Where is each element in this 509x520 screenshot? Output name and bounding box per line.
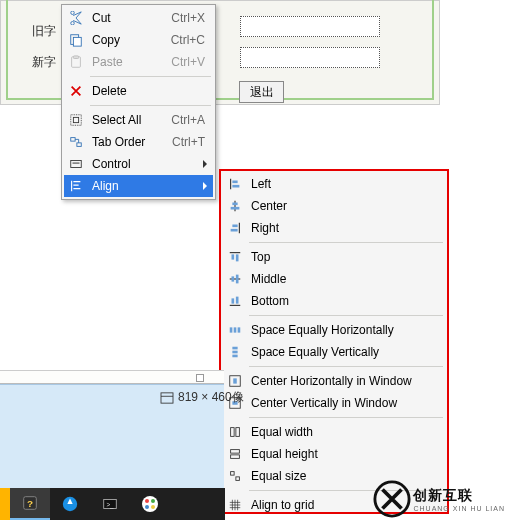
- brand-name-en: CHUANG XIN HU LIAN: [413, 505, 505, 512]
- svg-rect-3: [73, 56, 78, 59]
- svg-rect-17: [236, 254, 239, 261]
- center-h-window[interactable]: Center Horizontally in Window: [223, 370, 445, 392]
- space-horizontally[interactable]: Space Equally Horizontally: [223, 319, 445, 341]
- status-dimensions: 819 × 460像: [160, 389, 244, 406]
- tab-order-icon: [66, 134, 86, 150]
- svg-rect-6: [71, 138, 75, 142]
- align-top-icon: [225, 249, 245, 265]
- dimensions-text: 819 × 460像: [178, 389, 244, 406]
- menu-cut[interactable]: Cut Ctrl+X: [64, 7, 213, 29]
- svg-point-45: [145, 499, 149, 503]
- align-icon: [66, 178, 86, 194]
- submenu-separator: [249, 417, 443, 418]
- svg-rect-23: [234, 327, 237, 332]
- align-left[interactable]: Left: [223, 173, 445, 195]
- new-field-row: 新字: [32, 54, 56, 71]
- menu-label: Cut: [86, 11, 171, 25]
- svg-point-48: [151, 505, 155, 509]
- submenu-label: Center Vertically in Window: [245, 396, 441, 410]
- submenu-arrow-icon: [203, 182, 207, 190]
- svg-rect-26: [232, 351, 237, 354]
- submenu-label: Left: [245, 177, 441, 191]
- align-top[interactable]: Top: [223, 246, 445, 268]
- svg-point-44: [142, 496, 158, 512]
- svg-text:?: ?: [27, 498, 33, 509]
- menu-copy[interactable]: Copy Ctrl+C: [64, 29, 213, 51]
- svg-rect-11: [232, 185, 239, 188]
- svg-rect-18: [232, 276, 235, 281]
- menu-shortcut: Ctrl+C: [171, 33, 209, 47]
- svg-rect-5: [73, 117, 78, 122]
- new-text-input[interactable]: [240, 47, 380, 68]
- menu-align[interactable]: Align: [64, 175, 213, 197]
- svg-point-47: [145, 505, 149, 509]
- select-all-icon: [66, 112, 86, 128]
- align-middle-icon: [225, 271, 245, 287]
- equal-width[interactable]: Equal width: [223, 421, 445, 443]
- taskbar-separator: [0, 488, 10, 520]
- menu-label: Tab Order: [86, 135, 172, 149]
- submenu-label: Center: [245, 199, 441, 213]
- horizontal-ruler: [0, 370, 224, 384]
- svg-rect-22: [230, 327, 233, 332]
- svg-rect-1: [73, 37, 81, 46]
- menu-label: Select All: [86, 113, 171, 127]
- svg-rect-19: [236, 275, 239, 284]
- submenu-separator: [249, 366, 443, 367]
- new-field-label: 新字: [32, 54, 56, 71]
- menu-shortcut: Ctrl+T: [172, 135, 209, 149]
- svg-rect-21: [236, 297, 239, 304]
- svg-rect-36: [231, 472, 235, 476]
- taskbar-app-2[interactable]: [50, 488, 90, 520]
- align-center[interactable]: Center: [223, 195, 445, 217]
- old-text-input[interactable]: [240, 16, 380, 37]
- menu-tab-order[interactable]: Tab Order Ctrl+T: [64, 131, 213, 153]
- center-h-window-icon: [225, 373, 245, 389]
- align-submenu: Left Center Right Top Middle Bottom Spac…: [221, 171, 447, 512]
- menu-label: Control: [86, 157, 209, 171]
- menu-label: Delete: [86, 84, 209, 98]
- brand-name-cn: 创新互联: [413, 487, 505, 505]
- svg-rect-38: [161, 392, 173, 402]
- submenu-label: Middle: [245, 272, 441, 286]
- space-v-icon: [225, 344, 245, 360]
- delete-x-icon: [66, 83, 86, 99]
- svg-rect-16: [232, 254, 235, 259]
- align-right-icon: [225, 220, 245, 236]
- submenu-label: Equal width: [245, 425, 441, 439]
- equal-height[interactable]: Equal height: [223, 443, 445, 465]
- align-bottom[interactable]: Bottom: [223, 290, 445, 312]
- svg-rect-35: [231, 455, 240, 459]
- taskbar-app-3[interactable]: >_: [90, 488, 130, 520]
- svg-rect-10: [232, 181, 237, 184]
- dimensions-icon: [160, 392, 174, 404]
- taskbar-app-4[interactable]: [130, 488, 170, 520]
- equal-height-icon: [225, 446, 245, 462]
- align-left-icon: [225, 176, 245, 192]
- menu-separator: [90, 105, 211, 106]
- menu-shortcut: Ctrl+X: [171, 11, 209, 25]
- submenu-label: Right: [245, 221, 441, 235]
- svg-rect-33: [236, 428, 240, 437]
- svg-rect-27: [232, 355, 237, 358]
- equal-size-icon: [225, 468, 245, 484]
- menu-delete[interactable]: Delete: [64, 80, 213, 102]
- taskbar-app-1[interactable]: ?: [10, 488, 50, 520]
- svg-rect-34: [231, 450, 240, 454]
- resize-handle[interactable]: [196, 374, 204, 382]
- brand-logo: 创新互联 CHUANG XIN HU LIAN: [373, 480, 505, 518]
- space-vertically[interactable]: Space Equally Vertically: [223, 341, 445, 363]
- menu-select-all[interactable]: Select All Ctrl+A: [64, 109, 213, 131]
- exit-button[interactable]: 退出: [239, 81, 284, 103]
- menu-control[interactable]: Control: [64, 153, 213, 175]
- svg-rect-32: [231, 428, 235, 437]
- submenu-arrow-icon: [203, 160, 207, 168]
- equal-width-icon: [225, 424, 245, 440]
- center-v-window[interactable]: Center Vertically in Window: [223, 392, 445, 414]
- align-right[interactable]: Right: [223, 217, 445, 239]
- align-middle[interactable]: Middle: [223, 268, 445, 290]
- align-grid-icon: [225, 497, 245, 513]
- submenu-label: Bottom: [245, 294, 441, 308]
- align-bottom-icon: [225, 293, 245, 309]
- svg-rect-13: [231, 207, 240, 210]
